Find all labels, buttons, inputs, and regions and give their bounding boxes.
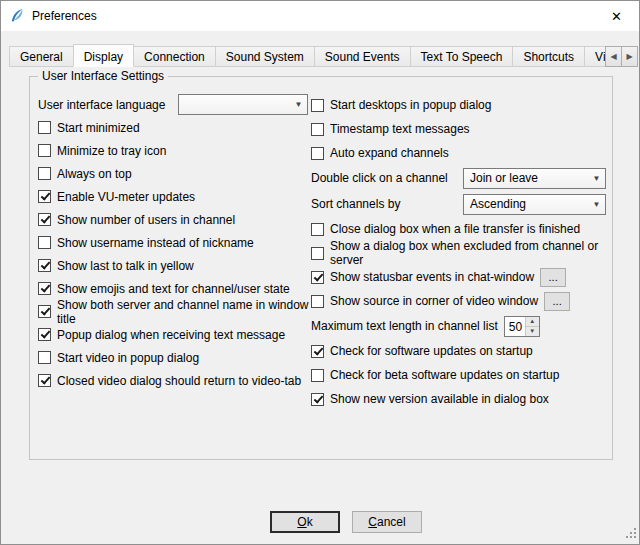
tab-scroll-left-icon[interactable]: ◀ xyxy=(605,46,622,67)
checkbox-show-user-count[interactable]: Show number of users in channel xyxy=(38,208,310,231)
ok-rest: k xyxy=(307,515,313,529)
checkbox-check-beta-updates[interactable]: Check for beta software updates on start… xyxy=(311,363,606,387)
dialog-buttons: Ok Cancel xyxy=(270,511,422,533)
checkbox-start-minimized[interactable]: Start minimized xyxy=(38,116,310,139)
resize-grip-icon[interactable] xyxy=(625,527,637,542)
double-click-row: Double click on a channel Join or leave … xyxy=(311,165,606,191)
ok-button[interactable]: Ok xyxy=(270,511,340,533)
max-text-length-row: Maximum text length in channel list 50 ▲… xyxy=(311,313,606,339)
checkbox-closed-video-return[interactable]: Closed video dialog should return to vid… xyxy=(38,369,310,392)
preferences-dialog: { "window": { "title": "Preferences" }, … xyxy=(0,0,640,545)
checkbox-label: Closed video dialog should return to vid… xyxy=(57,374,301,388)
checkbox-box[interactable] xyxy=(38,190,51,203)
checkbox-box[interactable] xyxy=(311,247,324,260)
video-source-more-button[interactable]: ... xyxy=(544,292,570,311)
spinner-arrows: ▲ ▼ xyxy=(525,317,539,336)
chevron-down-icon: ▼ xyxy=(290,95,307,114)
checkbox-close-filetransfer[interactable]: Close dialog box when a file transfer is… xyxy=(311,217,606,241)
spinner-up-icon[interactable]: ▲ xyxy=(526,317,539,327)
checkbox-box[interactable] xyxy=(311,271,324,284)
checkbox-always-on-top[interactable]: Always on top xyxy=(38,162,310,185)
cancel-button[interactable]: Cancel xyxy=(352,511,422,533)
checkbox-box[interactable] xyxy=(38,259,51,272)
checkbox-label: Auto expand channels xyxy=(330,146,449,160)
checkbox-box[interactable] xyxy=(311,99,324,112)
statusbar-more-button[interactable]: ... xyxy=(540,268,566,287)
spinner-down-icon[interactable]: ▼ xyxy=(526,327,539,336)
right-column: Start desktops in popup dialog Timestamp… xyxy=(311,93,606,411)
tab-connection[interactable]: Connection xyxy=(133,46,216,67)
tab-general[interactable]: General xyxy=(9,46,74,67)
checkbox-auto-expand[interactable]: Auto expand channels xyxy=(311,141,606,165)
checkbox-label: Timestamp text messages xyxy=(330,122,470,136)
tab-text-to-speech[interactable]: Text To Speech xyxy=(410,46,514,67)
checkbox-box[interactable] xyxy=(311,223,324,236)
sort-channels-label: Sort channels by xyxy=(311,197,463,211)
tab-sound-events[interactable]: Sound Events xyxy=(314,46,411,67)
checkbox-label: Popup dialog when receiving text message xyxy=(57,328,285,342)
checkbox-box[interactable] xyxy=(311,295,324,308)
language-dropdown[interactable]: ▼ xyxy=(178,94,308,115)
checkbox-label: Close dialog box when a file transfer is… xyxy=(330,222,580,236)
checkbox-box[interactable] xyxy=(311,147,324,160)
checkbox-label: Start minimized xyxy=(57,121,140,135)
max-text-length-spinner[interactable]: 50 ▲ ▼ xyxy=(504,316,540,337)
cancel-accelerator: C xyxy=(368,515,377,529)
checkbox-last-to-talk[interactable]: Show last to talk in yellow xyxy=(38,254,310,277)
checkbox-box[interactable] xyxy=(38,374,51,387)
max-text-length-value: 50 xyxy=(505,317,525,336)
checkbox-desktops-popup[interactable]: Start desktops in popup dialog xyxy=(311,93,606,117)
window-title: Preferences xyxy=(32,9,97,23)
cancel-rest: ancel xyxy=(377,515,406,529)
sort-channels-dropdown[interactable]: Ascending ▼ xyxy=(463,194,606,215)
double-click-dropdown[interactable]: Join or leave ▼ xyxy=(463,168,606,189)
checkbox-box[interactable] xyxy=(311,345,324,358)
titlebar: Preferences ✕ xyxy=(1,1,639,31)
checkbox-label: Check for beta software updates on start… xyxy=(330,368,559,382)
checkbox-excluded-dialog[interactable]: Show a dialog box when excluded from cha… xyxy=(311,241,606,265)
checkbox-box[interactable] xyxy=(311,393,324,406)
checkbox-box[interactable] xyxy=(38,351,51,364)
chevron-down-icon: ▼ xyxy=(588,195,605,214)
tab-display[interactable]: Display xyxy=(73,44,134,67)
checkbox-vu-meter[interactable]: Enable VU-meter updates xyxy=(38,185,310,208)
checkbox-box[interactable] xyxy=(38,328,51,341)
checkbox-label: Show source in corner of video window xyxy=(330,294,538,308)
app-icon xyxy=(9,8,25,24)
checkbox-box[interactable] xyxy=(38,167,51,180)
close-icon[interactable]: ✕ xyxy=(594,1,639,31)
tab-scroll-control: ◀ ▶ xyxy=(606,46,638,67)
language-row: User interface language ▼ xyxy=(38,93,310,116)
checkbox-label: Show statusbar events in chat-window xyxy=(330,270,534,284)
checkbox-minimize-to-tray[interactable]: Minimize to tray icon xyxy=(38,139,310,162)
checkbox-box[interactable] xyxy=(311,369,324,382)
checkbox-box[interactable] xyxy=(311,123,324,136)
checkbox-show-username[interactable]: Show username instead of nickname xyxy=(38,231,310,254)
chevron-down-icon: ▼ xyxy=(588,169,605,188)
checkbox-box[interactable] xyxy=(38,144,51,157)
left-column: User interface language ▼ Start minimize… xyxy=(38,93,310,392)
checkbox-statusbar-events[interactable]: Show statusbar events in chat-window ... xyxy=(311,265,606,289)
checkbox-box[interactable] xyxy=(38,282,51,295)
checkbox-label: Show both server and channel name in win… xyxy=(57,298,310,326)
checkbox-check-updates[interactable]: Check for software updates on startup xyxy=(311,339,606,363)
checkbox-box[interactable] xyxy=(38,121,51,134)
checkbox-label: Show username instead of nickname xyxy=(57,236,254,250)
checkbox-label: Show new version available in dialog box xyxy=(330,392,549,406)
checkbox-box[interactable] xyxy=(38,305,51,318)
tab-bar: General Display Connection Sound System … xyxy=(9,44,639,67)
checkbox-label: Show number of users in channel xyxy=(57,213,235,227)
tab-scroll-right-icon[interactable]: ▶ xyxy=(621,46,638,67)
checkbox-new-version-dialog[interactable]: Show new version available in dialog box xyxy=(311,387,606,411)
checkbox-video-popup[interactable]: Start video in popup dialog xyxy=(38,346,310,369)
checkbox-popup-text-message[interactable]: Popup dialog when receiving text message xyxy=(38,323,310,346)
double-click-label: Double click on a channel xyxy=(311,171,463,185)
tab-sound-system[interactable]: Sound System xyxy=(215,46,315,67)
tab-shortcuts[interactable]: Shortcuts xyxy=(512,46,585,67)
checkbox-server-channel-title[interactable]: Show both server and channel name in win… xyxy=(38,300,310,323)
checkbox-box[interactable] xyxy=(38,213,51,226)
checkbox-box[interactable] xyxy=(38,236,51,249)
checkbox-label: Start video in popup dialog xyxy=(57,351,199,365)
checkbox-video-source-corner[interactable]: Show source in corner of video window ..… xyxy=(311,289,606,313)
checkbox-timestamp-messages[interactable]: Timestamp text messages xyxy=(311,117,606,141)
